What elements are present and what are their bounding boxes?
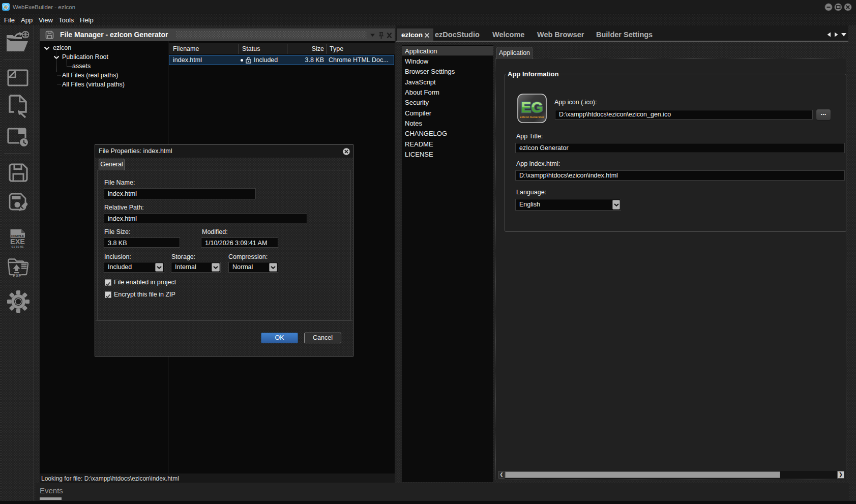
svg-text:EXE: EXE [13, 273, 21, 278]
svg-text:01 10 01: 01 10 01 [11, 245, 24, 248]
svg-text:EG: EG [521, 99, 543, 115]
svg-text:ezIcon Generator: ezIcon Generator [520, 115, 544, 118]
svg-text:W: W [4, 5, 8, 10]
